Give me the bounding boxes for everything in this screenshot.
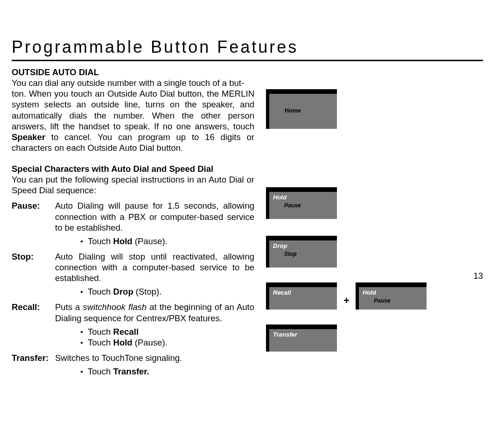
def-term-recall: Recall: (12, 302, 55, 348)
plus-icon: + (343, 295, 350, 307)
button-label: Hold (273, 194, 287, 201)
def-term-stop: Stop: (12, 251, 55, 297)
button-label: Recall (273, 289, 291, 296)
button-label: Drop (273, 242, 287, 249)
button-label: Hold (363, 289, 376, 296)
bullet-item: Touch Transfer. (80, 366, 254, 377)
def-body: Auto Dialing will stop until reactivated… (55, 252, 254, 283)
button-sublabel: Pause (284, 202, 301, 209)
def-body: Auto Dialing will pause for 1.5 seconds,… (55, 201, 254, 232)
button-sublabel: Stop (284, 251, 297, 257)
phone-button-hold: Hold Pause (266, 187, 337, 219)
def-body: Switches to TouchTone signaling. (55, 353, 182, 363)
bullet-item: Touch Recall (80, 326, 254, 337)
bullet-item: Touch Hold (Pause). (80, 337, 254, 348)
page-title: Programmable Button Features (12, 37, 483, 57)
title-rule (12, 60, 483, 61)
body-text: You can put the following special instru… (12, 174, 254, 196)
button-label: Transfer (273, 331, 297, 338)
def-body: Puts a switchhook flash at the beginning… (55, 302, 254, 323)
bullet-item: Touch Drop (Stop). (80, 286, 254, 297)
phone-button-home: Home (266, 89, 337, 129)
body-text: You can dial any outside number with a s… (12, 78, 254, 153)
phone-button-transfer: Transfer (266, 324, 337, 352)
bullet-item: Touch Hold (Pause). (80, 236, 254, 247)
page-number: 13 (473, 271, 483, 281)
button-label: Home (285, 107, 301, 114)
phone-button-hold-2: Hold Pause (356, 282, 427, 310)
sub-heading: Special Characters with Auto Dial and Sp… (12, 163, 254, 174)
phone-button-drop: Drop Stop (266, 236, 337, 268)
phone-button-recall: Recall (266, 282, 337, 310)
section-heading: OUTSIDE AUTO DIAL (12, 67, 254, 78)
def-term-transfer: Transfer: (12, 352, 55, 377)
def-term-pause: Pause: (12, 200, 55, 247)
button-sublabel: Pause (374, 297, 390, 304)
